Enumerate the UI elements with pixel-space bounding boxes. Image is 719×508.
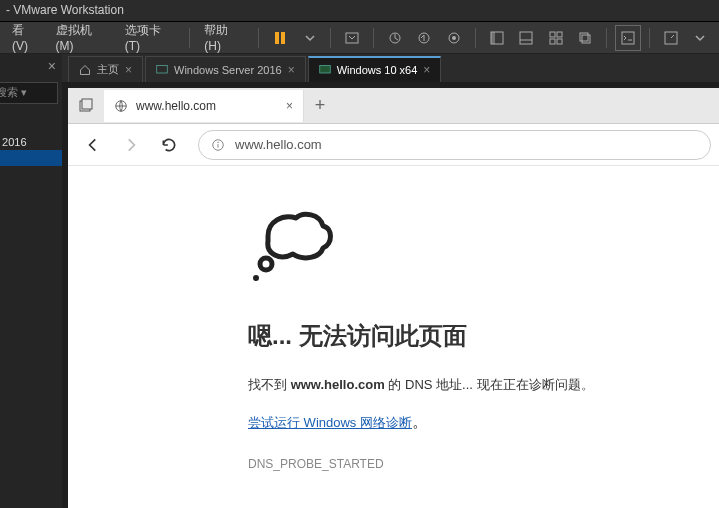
library-sidebar: × 行搜索 ▾ erver 2016 ) x64 — [0, 54, 62, 508]
svg-rect-1 — [281, 32, 285, 44]
svg-rect-20 — [319, 66, 330, 74]
thought-bubble-icon — [248, 206, 719, 290]
pause-icon[interactable] — [267, 25, 293, 51]
vm-tabs: 主页 × Windows Server 2016 × Windows 10 x6… — [62, 54, 719, 82]
refresh-button[interactable] — [152, 128, 186, 162]
close-icon[interactable]: × — [423, 63, 430, 77]
svg-rect-2 — [346, 33, 358, 43]
layout-grid-icon[interactable] — [543, 25, 569, 51]
menu-vm[interactable]: 虚拟机(M) — [48, 18, 117, 57]
svg-rect-17 — [622, 32, 634, 44]
separator — [475, 28, 476, 48]
separator — [330, 28, 331, 48]
svg-rect-19 — [157, 65, 168, 73]
dropdown-icon[interactable] — [687, 25, 713, 51]
layout-thumb-icon[interactable] — [513, 25, 539, 51]
sidebar-item-server2016[interactable]: erver 2016 — [0, 134, 62, 150]
menubar: 看(V) 虚拟机(M) 选项卡(T) 帮助(H) — [0, 22, 719, 54]
monitor-icon — [156, 64, 168, 76]
menu-tabs[interactable]: 选项卡(T) — [117, 18, 184, 57]
back-button[interactable] — [76, 128, 110, 162]
svg-rect-22 — [82, 99, 92, 109]
svg-rect-16 — [582, 35, 590, 43]
browser-tab[interactable]: www.hello.com × — [104, 90, 304, 122]
globe-icon — [114, 99, 128, 113]
tab-actions-icon[interactable] — [68, 88, 104, 124]
error-page: 嗯... 无法访问此页面 找不到 www.hello.com 的 DNS 地址.… — [68, 166, 719, 508]
send-icon[interactable] — [339, 25, 365, 51]
diagnose-link[interactable]: 尝试运行 Windows 网络诊断 — [248, 415, 412, 430]
snapshot-manager-icon[interactable] — [441, 25, 467, 51]
separator — [258, 28, 259, 48]
tab-home[interactable]: 主页 × — [68, 56, 143, 82]
tab-server2016[interactable]: Windows Server 2016 × — [145, 56, 306, 82]
error-link-row: 尝试运行 Windows 网络诊断。 — [248, 412, 719, 433]
separator — [649, 28, 650, 48]
separator — [373, 28, 374, 48]
home-icon — [79, 64, 91, 76]
error-title: 嗯... 无法访问此页面 — [248, 320, 719, 352]
layout-stack-icon[interactable] — [573, 25, 599, 51]
svg-point-27 — [260, 258, 272, 270]
fullscreen-icon[interactable] — [658, 25, 684, 51]
error-message: 找不到 www.hello.com 的 DNS 地址... 现在正在诊断问题。 — [248, 376, 719, 394]
svg-rect-15 — [580, 33, 588, 41]
svg-rect-12 — [557, 32, 562, 37]
svg-rect-0 — [275, 32, 279, 44]
sidebar-item-win10x64[interactable]: ) x64 — [0, 150, 62, 166]
close-icon[interactable]: × — [286, 99, 293, 113]
browser-toolbar: www.hello.com — [68, 124, 719, 166]
snapshot-revert-icon[interactable] — [412, 25, 438, 51]
new-tab-button[interactable]: + — [304, 90, 336, 122]
tab-win10x64[interactable]: Windows 10 x64 × — [308, 56, 442, 82]
snapshot-icon[interactable] — [382, 25, 408, 51]
layout-single-icon[interactable] — [484, 25, 510, 51]
menu-help[interactable]: 帮助(H) — [196, 18, 252, 57]
address-bar[interactable]: www.hello.com — [198, 130, 711, 160]
search-input[interactable]: 行搜索 ▾ — [0, 82, 58, 104]
url-text: www.hello.com — [235, 137, 322, 152]
close-icon[interactable]: × — [48, 58, 56, 74]
menu-view[interactable]: 看(V) — [4, 18, 48, 57]
close-icon[interactable]: × — [125, 63, 132, 77]
console-icon[interactable] — [615, 25, 641, 51]
svg-rect-9 — [520, 32, 532, 44]
svg-rect-11 — [550, 32, 555, 37]
svg-rect-13 — [550, 39, 555, 44]
close-icon[interactable]: × — [288, 63, 295, 77]
monitor-icon — [319, 64, 331, 76]
browser-tabstrip: www.hello.com × + — [68, 88, 719, 124]
svg-rect-8 — [491, 32, 495, 44]
error-code: DNS_PROBE_STARTED — [248, 457, 719, 471]
separator — [606, 28, 607, 48]
window-title: - VMware Workstation — [6, 3, 124, 17]
separator — [189, 28, 190, 48]
vm-screen: www.hello.com × + www.hello.com — [62, 82, 719, 508]
forward-button[interactable] — [114, 128, 148, 162]
info-icon — [211, 138, 225, 152]
dropdown-icon[interactable] — [297, 25, 323, 51]
svg-point-26 — [217, 141, 218, 142]
svg-point-28 — [253, 275, 259, 281]
svg-rect-14 — [557, 39, 562, 44]
svg-point-6 — [452, 36, 456, 40]
edge-browser: www.hello.com × + www.hello.com — [68, 88, 719, 508]
